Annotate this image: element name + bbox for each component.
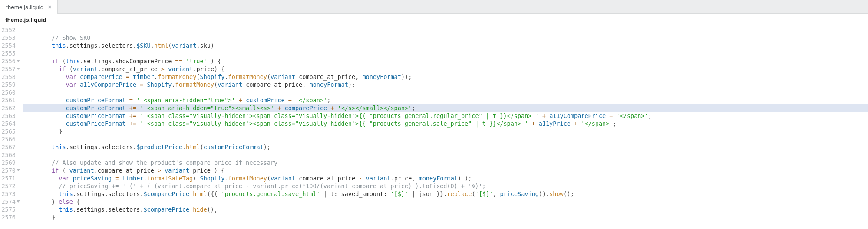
line-number: 2552 xyxy=(0,26,21,34)
code-line[interactable] xyxy=(23,49,868,57)
line-number: 2571 xyxy=(0,174,21,182)
code-line[interactable] xyxy=(23,151,868,159)
line-number: 2554 xyxy=(0,42,21,49)
tab-bar: theme.js.liquid × xyxy=(0,0,868,14)
code-line[interactable]: customPriceFormat += ' <span class="visu… xyxy=(23,120,868,128)
page-title: theme.js.liquid xyxy=(5,16,46,23)
line-number: 2560 xyxy=(0,88,21,96)
line-number: 2555 xyxy=(0,49,21,57)
code-line[interactable]: // Show SKU xyxy=(23,34,868,42)
code-line[interactable]: } xyxy=(23,128,868,135)
line-number: 2576 xyxy=(0,213,21,221)
line-number: 2558 xyxy=(0,73,21,81)
code-line[interactable] xyxy=(23,26,868,34)
code-line[interactable]: } xyxy=(23,213,868,221)
line-number: 2568 xyxy=(0,151,21,159)
line-number: 2557 xyxy=(0,65,21,73)
code-editor[interactable]: 2552255325542555255625572558255925602561… xyxy=(0,26,868,229)
code-line[interactable]: if ( variant.compare_at_price > variant.… xyxy=(23,167,868,174)
line-number: 2575 xyxy=(0,206,21,213)
code-line[interactable] xyxy=(23,88,868,96)
line-number: 2570 xyxy=(0,167,21,174)
code-line[interactable]: customPriceFormat += ' <span class="visu… xyxy=(23,112,868,120)
breadcrumb: theme.js.liquid xyxy=(0,14,868,26)
line-number: 2565 xyxy=(0,128,21,135)
line-number: 2562 xyxy=(0,104,21,112)
line-number: 2556 xyxy=(0,57,21,65)
line-number: 2572 xyxy=(0,182,21,190)
code-line[interactable]: customPriceFormat += ' <span aria-hidden… xyxy=(23,104,868,112)
line-number: 2561 xyxy=(0,96,21,104)
code-line[interactable]: this.settings.selectors.$productPrice.ht… xyxy=(23,143,868,151)
line-number: 2553 xyxy=(0,34,21,42)
line-number: 2567 xyxy=(0,143,21,151)
code-line[interactable]: customPriceFormat = ' <span aria-hidden=… xyxy=(23,96,868,104)
code-line[interactable]: this.settings.selectors.$comparePrice.ht… xyxy=(23,190,868,198)
code-line[interactable]: if (variant.compare_at_price > variant.p… xyxy=(23,65,868,73)
close-icon[interactable]: × xyxy=(48,4,51,10)
code-line[interactable]: // Also update and show the product's co… xyxy=(23,159,868,167)
code-line[interactable]: // priceSaving += ' (' + ( (variant.comp… xyxy=(23,182,868,190)
code-line[interactable]: this.settings.selectors.$comparePrice.hi… xyxy=(23,206,868,213)
line-number: 2573 xyxy=(0,190,21,198)
code-line[interactable]: if (this.settings.showComparePrice == 't… xyxy=(23,57,868,65)
code-area[interactable]: // Show SKU this.settings.selectors.$SKU… xyxy=(23,26,868,229)
code-line[interactable]: var comparePrice = timber.formatMoney(Sh… xyxy=(23,73,868,81)
code-line[interactable]: this.settings.selectors.$SKU.html(varian… xyxy=(23,42,868,49)
line-number: 2564 xyxy=(0,120,21,128)
tab-theme-js-liquid[interactable]: theme.js.liquid × xyxy=(0,0,58,14)
line-number: 2574 xyxy=(0,198,21,206)
line-number: 2569 xyxy=(0,159,21,167)
tab-label: theme.js.liquid xyxy=(6,4,43,10)
code-line[interactable] xyxy=(23,135,868,143)
line-number-gutter: 2552255325542555255625572558255925602561… xyxy=(0,26,23,229)
code-line[interactable]: } else { xyxy=(23,198,868,206)
line-number: 2563 xyxy=(0,112,21,120)
line-number: 2566 xyxy=(0,135,21,143)
code-line[interactable]: var priceSaving = timber.formatSaleTag( … xyxy=(23,174,868,182)
line-number: 2559 xyxy=(0,81,21,88)
code-line[interactable]: var a11yComparePrice = Shopify.formatMon… xyxy=(23,81,868,88)
